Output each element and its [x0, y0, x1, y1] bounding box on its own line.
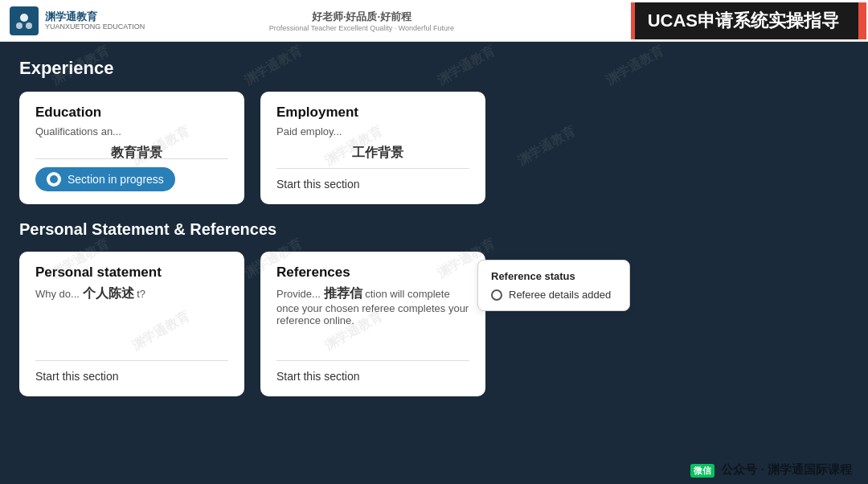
experience-cards-row: Education Qualifications an... 教育背景 Sect… [19, 92, 849, 204]
references-card-title: References [276, 265, 469, 281]
header: 渊学通教育 YUANXUETONG EDUCATION 好老师·好品质·好前程 … [0, 0, 868, 42]
logo-area: 渊学通教育 YUANXUETONG EDUCATION [10, 6, 170, 35]
progress-circle-icon [47, 172, 61, 187]
ps-desc-text: Why do... [35, 288, 80, 300]
education-card-desc: Qualifications an... [35, 125, 228, 137]
ps-card-desc: Why do... 个人陈述 t? [35, 285, 228, 316]
logo-sub: YUANXUETONG EDUCATION [45, 23, 145, 31]
education-annotation: 教育背景 [111, 145, 162, 162]
employment-card-desc: Paid employ... [276, 125, 469, 137]
education-card[interactable]: Education Qualifications an... 教育背景 Sect… [19, 92, 244, 204]
bottom-wm-text: 公众号 · 渊学通国际课程 [721, 462, 852, 476]
logo-name: 渊学通教育 [45, 10, 145, 23]
references-start-link[interactable]: Start this section [276, 370, 360, 383]
section-in-progress-label: Section in progress [68, 173, 164, 186]
references-card-footer: Start this section [276, 360, 469, 384]
ref-annotation: 推荐信 [324, 286, 362, 300]
ps-start-link[interactable]: Start this section [35, 370, 119, 383]
main-content: 渊学通教育 渊学通教育 渊学通教育 渊学通教育 渊学通教育 渊学通教育 渊学通教… [0, 42, 868, 484]
header-slogan-sub: Professional Teacher Excellent Quality ·… [170, 24, 553, 32]
header-slogan: 好老师·好品质·好前程 [170, 10, 553, 24]
logo-icon [10, 6, 39, 35]
svg-point-2 [26, 23, 32, 29]
ref-status-item: Referee details added [491, 289, 616, 301]
ucas-title: UCAS申请系统实操指导 [631, 2, 858, 39]
employment-card-footer: Start this section [276, 168, 469, 191]
employment-start-link[interactable]: Start this section [276, 178, 360, 191]
education-card-footer: Section in progress [35, 158, 228, 191]
svg-point-0 [20, 14, 28, 22]
header-right: UCAS申请系统实操指导 [553, 2, 858, 39]
ps-card-title: Personal statement [35, 265, 228, 281]
employment-annotation: 工作背景 [352, 145, 403, 162]
personal-statement-card[interactable]: Personal statement Why do... 个人陈述 t? Sta… [19, 252, 244, 396]
experience-title: Experience [19, 58, 849, 79]
ref-desc-prefix: Provide... [276, 288, 321, 300]
section-in-progress-badge: Section in progress [35, 167, 175, 191]
radio-circle-icon [491, 289, 502, 301]
header-center: 好老师·好品质·好前程 Professional Teacher Excelle… [170, 10, 553, 32]
ps-desc-suffix: t? [137, 288, 145, 300]
ps-annotation: 个人陈述 [83, 286, 134, 300]
employment-card[interactable]: Employment Paid employ... 工作背景 Start thi… [260, 92, 485, 204]
ps-card-footer: Start this section [35, 360, 228, 384]
references-card-desc: Provide... 推荐信 ction will complete once … [276, 285, 469, 326]
employment-card-title: Employment [276, 105, 469, 121]
ps-cards-row: Personal statement Why do... 个人陈述 t? Sta… [19, 252, 849, 396]
ps-section-title: Personal Statement & References [19, 220, 849, 239]
ref-status-item-label: Referee details added [509, 289, 611, 301]
logo-text-area: 渊学通教育 YUANXUETONG EDUCATION [45, 10, 145, 31]
references-card[interactable]: References Provide... 推荐信 ction will com… [260, 252, 485, 396]
wechat-icon: 微信 [690, 464, 714, 478]
ref-status-title: Reference status [491, 270, 616, 282]
svg-point-1 [16, 23, 23, 29]
bottom-watermark: 微信 公众号 · 渊学通国际课程 [690, 462, 852, 478]
education-card-title: Education [35, 105, 228, 121]
ref-status-box: Reference status Referee details added [477, 260, 630, 311]
